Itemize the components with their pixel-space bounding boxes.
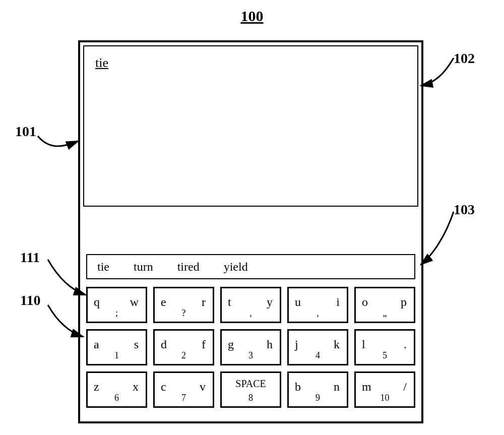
key-right: k xyxy=(334,338,340,351)
key-left: m xyxy=(362,380,371,394)
callout-111: 111 xyxy=(20,250,40,266)
key-sub: 2 xyxy=(181,350,186,361)
key-left: u xyxy=(295,295,301,309)
key-left: c xyxy=(161,380,166,394)
key-right: x xyxy=(133,380,139,394)
typed-text: tie xyxy=(95,55,108,70)
key-right: v xyxy=(200,380,206,394)
key-right: . xyxy=(404,338,407,351)
arrow-icon xyxy=(35,131,86,161)
key-left: o xyxy=(362,295,368,309)
key-left: g xyxy=(228,338,234,351)
callout-110: 110 xyxy=(20,292,40,308)
suggestion-item[interactable]: tie xyxy=(97,260,109,274)
key-sub: , xyxy=(249,308,252,319)
keyboard: q w ; e r ? t y , u i , o p „ a s 1 xyxy=(86,287,415,408)
arrow-icon xyxy=(418,55,464,96)
arrow-icon xyxy=(418,209,464,270)
key-bn[interactable]: b n 9 xyxy=(287,371,348,408)
key-right: w xyxy=(130,295,139,309)
key-l[interactable]: l . 5 xyxy=(354,329,415,365)
key-sub: ; xyxy=(115,308,118,319)
key-as[interactable]: a s 1 xyxy=(86,329,147,365)
suggestion-item[interactable]: yield xyxy=(224,260,248,274)
key-space[interactable]: SPACE 8 xyxy=(220,371,281,408)
key-cv[interactable]: c v 7 xyxy=(153,371,214,408)
arrow-icon xyxy=(45,302,91,343)
key-left: l xyxy=(362,338,365,351)
key-sub: 6 xyxy=(114,393,119,403)
key-sub: ? xyxy=(182,308,186,319)
key-right: r xyxy=(202,295,206,309)
key-zx[interactable]: z x 6 xyxy=(86,371,147,408)
key-left: q xyxy=(94,295,100,309)
key-sub: 4 xyxy=(316,350,320,361)
key-sub: 7 xyxy=(181,393,186,403)
key-right: y xyxy=(267,295,273,309)
figure-number: 100 xyxy=(0,8,504,25)
key-sub: 8 xyxy=(248,393,253,403)
key-left: z xyxy=(94,380,99,394)
key-sub: „ xyxy=(383,308,387,319)
key-df[interactable]: d f 2 xyxy=(153,329,214,365)
key-right: f xyxy=(202,338,206,351)
key-er[interactable]: e r ? xyxy=(153,287,214,323)
key-sub: , xyxy=(317,308,319,319)
key-left: e xyxy=(161,295,166,309)
key-sub: 1 xyxy=(114,350,119,361)
key-right: n xyxy=(334,380,340,394)
key-jk[interactable]: j k 4 xyxy=(287,329,348,365)
key-op[interactable]: o p „ xyxy=(354,287,415,323)
key-right: h xyxy=(267,338,273,351)
key-right: i xyxy=(336,295,340,309)
key-left: a xyxy=(94,338,99,351)
key-right: / xyxy=(403,380,407,394)
key-left: j xyxy=(295,338,298,351)
key-ty[interactable]: t y , xyxy=(220,287,281,323)
key-sub: 5 xyxy=(383,350,387,361)
device-frame: tie tie turn tired yield q w ; e r ? t y… xyxy=(78,40,423,423)
suggestion-bar: tie turn tired yield xyxy=(86,254,415,279)
key-ui[interactable]: u i , xyxy=(287,287,348,323)
key-mslash[interactable]: m / 10 xyxy=(354,371,415,408)
text-display-area[interactable]: tie xyxy=(83,45,418,207)
arrow-icon xyxy=(45,257,91,297)
callout-101: 101 xyxy=(15,123,36,140)
key-left: b xyxy=(295,380,301,394)
suggestion-item[interactable]: tired xyxy=(177,260,200,274)
key-sub: 3 xyxy=(248,350,253,361)
key-right: s xyxy=(134,338,139,351)
key-sub: 9 xyxy=(316,393,320,403)
key-center: SPACE xyxy=(222,378,280,390)
key-sub: 10 xyxy=(381,393,390,403)
key-right: p xyxy=(401,295,407,309)
key-left: d xyxy=(161,338,167,351)
suggestion-item[interactable]: turn xyxy=(134,260,153,274)
key-left: t xyxy=(228,295,231,309)
key-qw[interactable]: q w ; xyxy=(86,287,147,323)
key-gh[interactable]: g h 3 xyxy=(220,329,281,365)
